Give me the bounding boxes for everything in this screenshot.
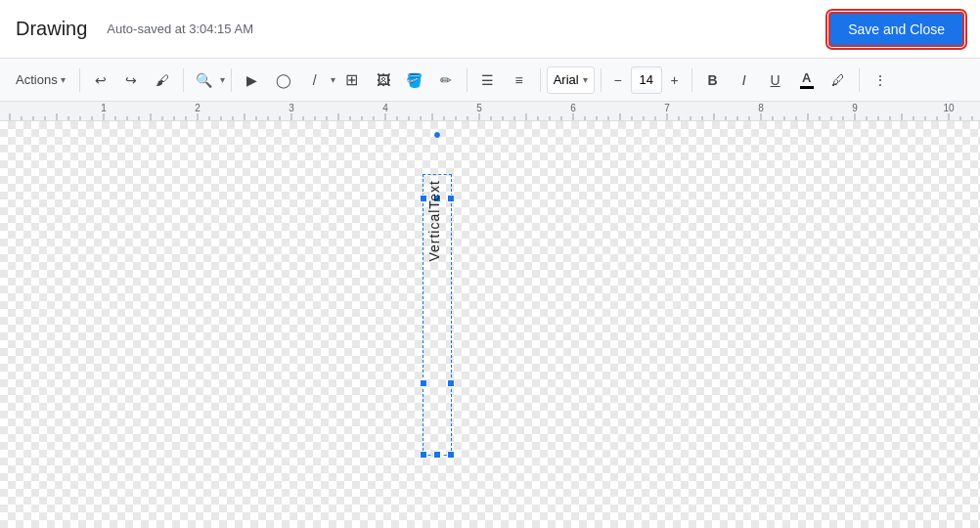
actions-label: Actions xyxy=(16,72,58,87)
transform-tool-button[interactable]: ⊞ xyxy=(337,66,367,95)
bold-button[interactable]: B xyxy=(698,66,728,95)
align-center-button[interactable]: ≡ xyxy=(505,66,534,95)
more-options-button[interactable]: ⋮ xyxy=(866,66,895,95)
resize-handle-top-right[interactable] xyxy=(447,195,455,202)
resize-handle-bottom-left[interactable] xyxy=(420,451,427,459)
text-color-letter: A xyxy=(802,70,811,85)
increase-font-button[interactable]: + xyxy=(664,66,686,94)
toolbar-separator-6 xyxy=(601,68,601,92)
fill-color-button[interactable]: 🪣 xyxy=(400,66,429,95)
vertical-text-object[interactable]: VerticalText xyxy=(426,180,442,262)
undo-button[interactable]: ↩ xyxy=(86,66,115,95)
format-paint-button[interactable]: 🖌 xyxy=(148,66,177,95)
resize-handle-middle-left[interactable] xyxy=(420,379,427,387)
line-tool-button[interactable]: / xyxy=(300,66,330,95)
text-color-bar xyxy=(800,86,814,89)
decrease-font-button[interactable]: − xyxy=(607,66,629,94)
zoom-button[interactable]: 🔍 xyxy=(190,66,219,95)
italic-button[interactable]: I xyxy=(730,66,759,95)
toolbar-separator-3 xyxy=(231,68,232,92)
undo-redo-group: ↩ ↪ xyxy=(86,66,146,95)
toolbar-separator-5 xyxy=(540,68,541,92)
text-color-indicator: A xyxy=(800,70,814,89)
underline-button[interactable]: U xyxy=(761,66,790,95)
text-color-button[interactable]: A xyxy=(792,66,822,95)
toolbar: Actions ▾ ↩ ↪ 🖌 🔍 ▾ ▶ ◯ / ▾ ⊞ 🖼 🪣 ✏ ☰ ≡ … xyxy=(0,59,980,102)
header-left: Drawing Auto-saved at 3:04:15 AM xyxy=(16,18,253,40)
select-tool-button[interactable]: ▶ xyxy=(238,66,267,95)
toolbar-separator-2 xyxy=(183,68,184,92)
actions-chevron-icon: ▾ xyxy=(61,74,66,85)
actions-menu-button[interactable]: Actions ▾ xyxy=(8,68,73,91)
toolbar-separator-8 xyxy=(859,68,860,92)
image-button[interactable]: 🖼 xyxy=(369,66,398,95)
line-chevron-icon: ▾ xyxy=(331,74,335,85)
font-size-box xyxy=(631,66,662,94)
header: Drawing Auto-saved at 3:04:15 AM Save an… xyxy=(0,0,980,59)
ruler xyxy=(0,102,980,121)
shapes-button[interactable]: ◯ xyxy=(269,66,298,95)
font-size-input[interactable] xyxy=(632,70,661,89)
ruler-canvas xyxy=(0,102,980,121)
app-title: Drawing xyxy=(16,18,87,40)
drawing-canvas[interactable]: VerticalText xyxy=(0,121,980,528)
toolbar-separator-7 xyxy=(691,68,692,92)
zoom-group: 🔍 ▾ xyxy=(190,66,225,95)
font-family-selector[interactable]: Arial ▾ xyxy=(547,66,595,94)
text-object-container[interactable]: VerticalText xyxy=(423,151,452,463)
redo-button[interactable]: ↪ xyxy=(116,66,146,95)
zoom-chevron-icon: ▾ xyxy=(220,74,225,85)
font-family-value: Arial xyxy=(554,72,579,87)
align-left-button[interactable]: ☰ xyxy=(473,66,503,95)
highlight-button[interactable]: 🖊 xyxy=(824,66,853,95)
save-and-close-button[interactable]: Save and Close xyxy=(828,12,964,47)
resize-handle-middle-right[interactable] xyxy=(447,379,455,387)
toolbar-separator-1 xyxy=(79,68,80,92)
line-tool-group: / ▾ xyxy=(300,66,335,95)
toolbar-separator-4 xyxy=(467,68,468,92)
rotation-handle[interactable] xyxy=(433,131,441,139)
pen-tool-button[interactable]: ✏ xyxy=(431,66,461,95)
autosave-status: Auto-saved at 3:04:15 AM xyxy=(107,22,253,36)
resize-handle-bottom-center[interactable] xyxy=(433,451,441,459)
resize-handle-bottom-right[interactable] xyxy=(447,451,455,459)
font-family-chevron-icon: ▾ xyxy=(583,74,588,85)
